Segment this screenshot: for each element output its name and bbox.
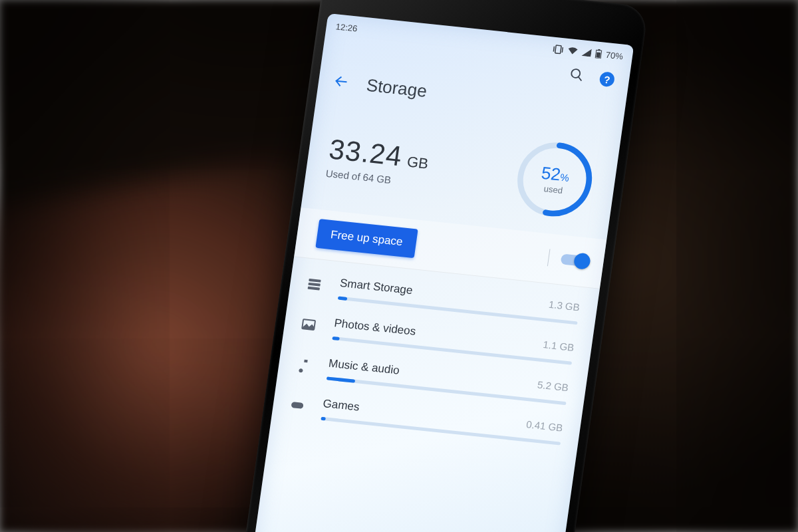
- battery-icon: [595, 49, 602, 59]
- vibrate-icon: [552, 45, 564, 55]
- svg-rect-11: [309, 279, 321, 283]
- wifi-icon: [567, 47, 579, 56]
- free-up-space-button[interactable]: Free up space: [315, 219, 418, 258]
- status-time: 12:26: [335, 21, 358, 33]
- music-icon: [293, 356, 315, 376]
- category-bar-fill: [332, 336, 340, 340]
- svg-rect-12: [308, 283, 320, 287]
- svg-rect-15: [291, 402, 303, 409]
- category-size: 1.1 GB: [542, 338, 575, 355]
- category-bar-fill: [327, 376, 356, 382]
- category-label: Music & audio: [328, 357, 400, 378]
- search-icon[interactable]: [568, 66, 585, 85]
- category-size: 0.41 GB: [525, 418, 564, 436]
- page-title: Storage: [365, 75, 428, 102]
- donut-center: 52% used: [509, 136, 600, 223]
- help-icon[interactable]: ?: [598, 71, 615, 87]
- smart-storage-toggle[interactable]: [560, 253, 588, 267]
- category-label: Photos & videos: [333, 317, 416, 338]
- storage-icon: [305, 276, 326, 297]
- used-unit: GB: [406, 153, 430, 172]
- svg-rect-5: [596, 52, 600, 58]
- svg-line-7: [578, 76, 582, 80]
- image-icon: [299, 316, 321, 336]
- svg-rect-0: [555, 45, 562, 54]
- battery-text: 70%: [605, 49, 624, 61]
- games-icon: [288, 396, 309, 417]
- percent-value: 52: [540, 163, 562, 185]
- category-size: 5.2 GB: [537, 379, 569, 396]
- category-label: Games: [322, 397, 360, 414]
- percent-label: used: [543, 184, 563, 196]
- back-icon[interactable]: [332, 72, 350, 92]
- signal-icon: [581, 48, 592, 57]
- used-text: 33.24 GB Used of 64 GB: [325, 133, 431, 189]
- category-bar-fill: [338, 297, 348, 301]
- svg-rect-4: [598, 49, 600, 51]
- svg-line-1: [553, 47, 554, 52]
- percent-symbol: %: [559, 172, 570, 184]
- category-list: Smart Storage 1.3 GB Photos & videos 1.1…: [271, 257, 600, 454]
- svg-line-2: [562, 47, 563, 53]
- category-size: 1.3 GB: [548, 299, 581, 315]
- category-bar-fill: [321, 417, 326, 421]
- category-label: Smart Storage: [339, 277, 414, 297]
- toggle-divider: [547, 249, 551, 266]
- status-right: 70%: [552, 44, 624, 61]
- svg-point-6: [571, 68, 581, 78]
- svg-rect-13: [308, 287, 320, 291]
- used-value: 33.24: [327, 133, 404, 172]
- smart-storage-toggle-group: [547, 249, 589, 270]
- usage-donut: 52% used: [509, 136, 600, 223]
